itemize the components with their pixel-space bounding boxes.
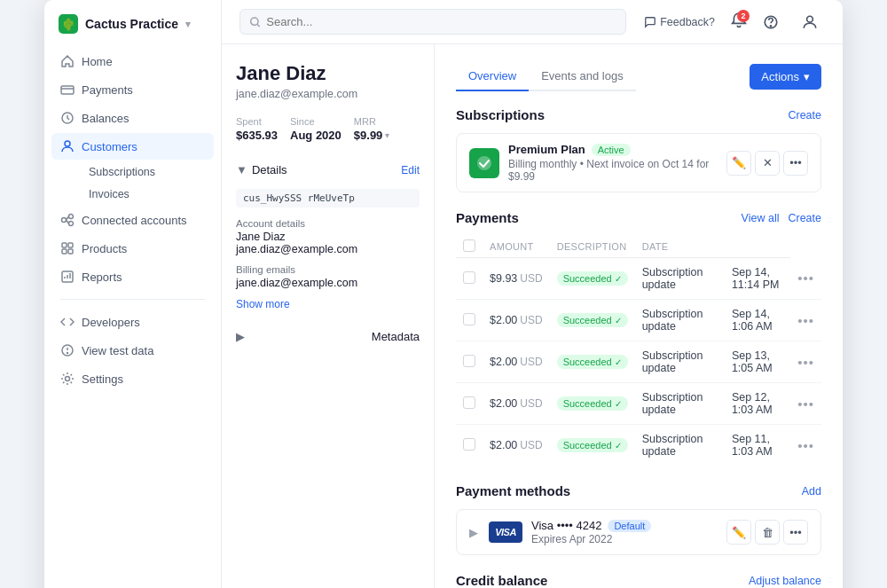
topbar: Feedback? 2	[222, 0, 843, 44]
col-date: DATE	[635, 236, 725, 258]
payments-view-all-link[interactable]: View all	[742, 212, 780, 224]
search-wrap[interactable]	[239, 9, 626, 35]
detail-main: Overview Events and logs Actions ▾ Subs	[435, 44, 843, 588]
svg-point-6	[69, 215, 74, 219]
pm-expand-icon[interactable]: ▶	[469, 526, 478, 539]
sidebar-item-balances[interactable]: Balances	[51, 105, 214, 131]
sidebar-item-payments-label: Payments	[82, 83, 133, 97]
brand-name: Cactus Practice	[85, 17, 178, 31]
adjust-balance-link[interactable]: Adjust balance	[749, 575, 821, 587]
status-badge-0: Succeeded✓	[557, 271, 628, 286]
row-more-0[interactable]: •••	[797, 270, 814, 286]
sidebar-item-customers[interactable]: Customers	[51, 133, 214, 160]
help-button[interactable]	[756, 10, 786, 35]
customer-panel: Jane Diaz jane.diaz@example.com Spent $6…	[222, 44, 435, 588]
col-amount: AMOUNT	[483, 236, 550, 258]
pm-default-badge: Default	[608, 520, 651, 532]
mrr-label: MRR	[354, 116, 390, 127]
sidebar-item-home[interactable]: Home	[51, 48, 214, 74]
row-checkbox-1[interactable]	[463, 313, 475, 325]
table-row[interactable]: $9.93USD Succeeded✓ Subscription update …	[456, 258, 821, 300]
cell-amount-3: $2.00USD	[483, 383, 550, 425]
feedback-icon	[644, 16, 656, 28]
cell-status-4: Succeeded✓	[550, 425, 635, 466]
billing-email: jane.diaz@example.com	[236, 277, 420, 289]
details-chevron: ▼	[236, 163, 247, 176]
metadata-label: Metadata	[372, 330, 420, 343]
sidebar-item-products[interactable]: Products	[51, 235, 214, 262]
pm-title: Payment methods	[456, 483, 570, 498]
row-more-2[interactable]: •••	[797, 355, 814, 370]
sidebar-item-customers-label: Customers	[82, 140, 137, 153]
tab-overview[interactable]: Overview	[456, 62, 529, 91]
sub-edit-button[interactable]: ✏️	[726, 151, 751, 176]
home-icon	[60, 54, 75, 68]
actions-button[interactable]: Actions ▾	[750, 64, 821, 90]
row-more-4[interactable]: •••	[797, 438, 814, 453]
svg-rect-2	[61, 86, 74, 94]
payments-section: Payments View all Create AMOUNT DESCRIPT…	[456, 210, 821, 466]
actions-chevron-icon: ▾	[804, 70, 810, 83]
row-checkbox-2[interactable]	[463, 355, 475, 367]
row-checkbox-0[interactable]	[463, 271, 475, 284]
account-details-block: Account details Jane Diaz jane.diaz@exam…	[236, 218, 420, 255]
row-checkbox-3[interactable]	[463, 396, 475, 409]
sidebar-sub-nav: Subscriptions Invoices	[51, 161, 214, 205]
sidebar-item-invoices[interactable]: Invoices	[82, 184, 214, 205]
sub-more-button[interactable]: •••	[783, 151, 808, 176]
brand[interactable]: 🌵 Cactus Practice ▾	[44, 14, 221, 48]
metadata-toggle[interactable]: ▶ Metadata	[236, 325, 420, 349]
sidebar-item-payments[interactable]: Payments	[51, 76, 214, 103]
row-more-3[interactable]: •••	[797, 396, 814, 412]
payments-create-link[interactable]: Create	[788, 212, 821, 224]
pm-add-link[interactable]: Add	[802, 485, 821, 498]
mrr-chevron: ▾	[385, 130, 389, 140]
customer-name: Jane Diaz	[236, 62, 420, 85]
notification-count: 2	[737, 10, 750, 22]
products-icon	[60, 241, 75, 255]
sub-cancel-button[interactable]: ✕	[755, 151, 780, 176]
pm-edit-button[interactable]: ✏️	[726, 520, 751, 545]
table-row[interactable]: $2.00USD Succeeded✓ Subscription update …	[456, 425, 821, 466]
payment-methods-section: Payment methods Add ▶ VISA Visa •••• 424…	[456, 483, 821, 555]
user-menu-button[interactable]	[795, 10, 825, 35]
details-edit-link[interactable]: Edit	[401, 164, 420, 176]
row-checkbox-4[interactable]	[463, 438, 475, 451]
subscription-card: Premium Plan Active Billing monthly • Ne…	[456, 133, 821, 192]
spent-label: Spent	[236, 116, 278, 127]
subscriptions-section: Subscriptions Create Premium Pla	[456, 107, 821, 192]
select-all-checkbox[interactable]	[463, 239, 475, 252]
cell-description-4: Subscription update	[635, 425, 725, 466]
notification-bell[interactable]: 2	[731, 12, 747, 31]
pm-more-button[interactable]: •••	[783, 520, 808, 545]
sidebar-item-settings[interactable]: Settings	[51, 365, 214, 392]
cell-amount-0: $9.93USD	[483, 258, 550, 300]
svg-point-16	[251, 17, 258, 24]
pm-delete-button[interactable]: 🗑	[755, 520, 780, 545]
search-input[interactable]	[266, 15, 616, 28]
cell-description-1: Subscription update	[635, 300, 725, 341]
subscriptions-title-row: Subscriptions Create	[456, 107, 821, 122]
row-more-1[interactable]: •••	[797, 313, 814, 328]
table-row[interactable]: $2.00USD Succeeded✓ Subscription update …	[456, 300, 821, 341]
pm-info: Visa •••• 4242 Default Expires Apr 2022	[531, 519, 718, 545]
sub-plan-name: Premium Plan	[508, 143, 585, 156]
table-row[interactable]: $2.00USD Succeeded✓ Subscription update …	[456, 383, 821, 425]
sidebar-item-reports[interactable]: Reports	[51, 263, 214, 290]
since-value: Aug 2020	[290, 129, 341, 142]
details-toggle[interactable]: ▼ Details	[236, 158, 287, 182]
balances-icon	[60, 111, 75, 125]
subscriptions-create-link[interactable]: Create	[788, 109, 821, 122]
sidebar: 🌵 Cactus Practice ▾ Home Payments	[44, 0, 222, 588]
sidebar-item-connected-accounts[interactable]: Connected accounts	[51, 207, 214, 233]
sidebar-item-view-test-data[interactable]: View test data	[51, 337, 214, 364]
table-row[interactable]: $2.00USD Succeeded✓ Subscription update …	[456, 341, 821, 383]
show-more-link[interactable]: Show more	[236, 298, 420, 310]
feedback-button[interactable]: Feedback?	[637, 12, 722, 33]
tab-events-logs[interactable]: Events and logs	[529, 62, 636, 91]
search-icon	[249, 16, 261, 28]
sidebar-item-subscriptions[interactable]: Subscriptions	[82, 161, 214, 183]
sidebar-item-developers[interactable]: Developers	[51, 309, 214, 335]
svg-point-7	[69, 222, 74, 226]
customers-icon	[60, 139, 75, 153]
